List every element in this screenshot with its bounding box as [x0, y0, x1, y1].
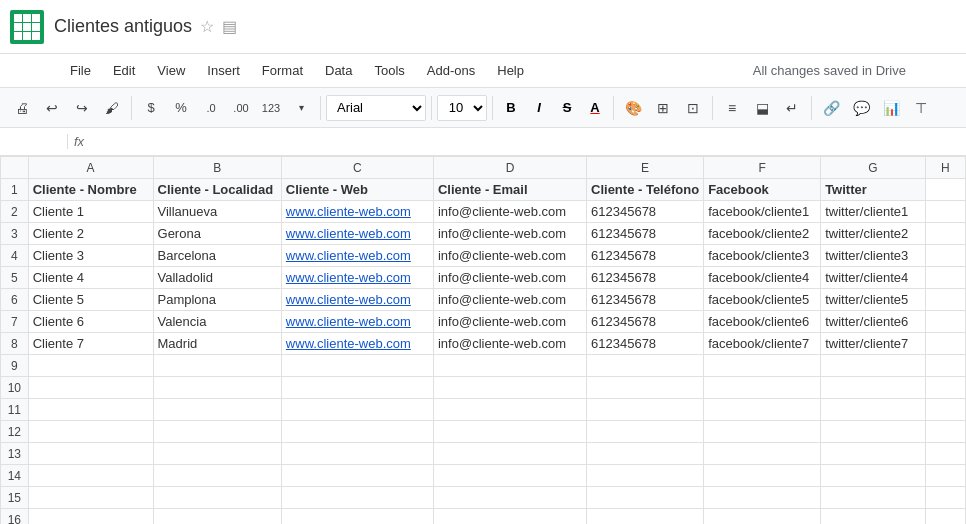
cell-3-E[interactable]: 612345678	[587, 223, 704, 245]
cell-2-A[interactable]: Cliente 1	[28, 201, 153, 223]
cell-15-B[interactable]	[153, 487, 281, 509]
cell-9-G[interactable]	[821, 355, 926, 377]
cell-11-F[interactable]	[704, 399, 821, 421]
currency-button[interactable]: $	[137, 94, 165, 122]
cell-5-A[interactable]: Cliente 4	[28, 267, 153, 289]
italic-button[interactable]: I	[526, 95, 552, 121]
text-color-button[interactable]: A	[582, 95, 608, 121]
cell-16-B[interactable]	[153, 509, 281, 525]
link-button[interactable]: 🔗	[817, 94, 845, 122]
cell-7-H[interactable]	[925, 311, 965, 333]
cell-13-F[interactable]	[704, 443, 821, 465]
cell-12-H[interactable]	[925, 421, 965, 443]
cell-8-A[interactable]: Cliente 7	[28, 333, 153, 355]
cell-3-A[interactable]: Cliente 2	[28, 223, 153, 245]
cell-12-F[interactable]	[704, 421, 821, 443]
cell-4-B[interactable]: Barcelona	[153, 245, 281, 267]
cell-4-C[interactable]: www.cliente-web.com	[281, 245, 433, 267]
cell-2-E[interactable]: 612345678	[587, 201, 704, 223]
cell-13-D[interactable]	[433, 443, 586, 465]
number-format-button[interactable]: 123	[257, 94, 285, 122]
strikethrough-button[interactable]: S	[554, 95, 580, 121]
cell-3-H[interactable]	[925, 223, 965, 245]
cell-4-E[interactable]: 612345678	[587, 245, 704, 267]
cell-15-C[interactable]	[281, 487, 433, 509]
cell-3-B[interactable]: Gerona	[153, 223, 281, 245]
cell-12-E[interactable]	[587, 421, 704, 443]
cell-1-F[interactable]: Facebook	[704, 179, 821, 201]
cell-11-G[interactable]	[821, 399, 926, 421]
cell-14-B[interactable]	[153, 465, 281, 487]
cell-14-E[interactable]	[587, 465, 704, 487]
cell-6-C[interactable]: www.cliente-web.com	[281, 289, 433, 311]
fill-color-button[interactable]: 🎨	[619, 94, 647, 122]
cell-9-C[interactable]	[281, 355, 433, 377]
bold-button[interactable]: B	[498, 95, 524, 121]
cell-12-D[interactable]	[433, 421, 586, 443]
cell-15-G[interactable]	[821, 487, 926, 509]
cell-4-F[interactable]: facebook/cliente3	[704, 245, 821, 267]
cell-8-G[interactable]: twitter/cliente7	[821, 333, 926, 355]
number-format-dropdown[interactable]: ▾	[287, 94, 315, 122]
cell-reference-input[interactable]	[8, 134, 68, 149]
cell-6-G[interactable]: twitter/cliente5	[821, 289, 926, 311]
cell-1-H[interactable]	[925, 179, 965, 201]
cell-9-D[interactable]	[433, 355, 586, 377]
cell-15-A[interactable]	[28, 487, 153, 509]
star-icon[interactable]: ☆	[200, 17, 214, 36]
undo-button[interactable]: ↩	[38, 94, 66, 122]
cell-11-E[interactable]	[587, 399, 704, 421]
redo-button[interactable]: ↪	[68, 94, 96, 122]
cell-13-E[interactable]	[587, 443, 704, 465]
cell-16-C[interactable]	[281, 509, 433, 525]
cell-14-F[interactable]	[704, 465, 821, 487]
menu-item-format[interactable]: Format	[252, 59, 313, 82]
spreadsheet[interactable]: A B C D E F G H 1Cliente - NombreCliente…	[0, 156, 966, 524]
valign-button[interactable]: ⬓	[748, 94, 776, 122]
cell-11-C[interactable]	[281, 399, 433, 421]
col-header-A[interactable]: A	[28, 157, 153, 179]
col-header-C[interactable]: C	[281, 157, 433, 179]
cell-1-G[interactable]: Twitter	[821, 179, 926, 201]
cell-2-H[interactable]	[925, 201, 965, 223]
cell-5-E[interactable]: 612345678	[587, 267, 704, 289]
align-button[interactable]: ≡	[718, 94, 746, 122]
cell-15-E[interactable]	[587, 487, 704, 509]
menu-item-insert[interactable]: Insert	[197, 59, 250, 82]
cell-11-B[interactable]	[153, 399, 281, 421]
cell-3-G[interactable]: twitter/cliente2	[821, 223, 926, 245]
cell-15-D[interactable]	[433, 487, 586, 509]
cell-7-D[interactable]: info@cliente-web.com	[433, 311, 586, 333]
cell-14-A[interactable]	[28, 465, 153, 487]
menu-item-edit[interactable]: Edit	[103, 59, 145, 82]
percent-button[interactable]: %	[167, 94, 195, 122]
cell-12-A[interactable]	[28, 421, 153, 443]
decimal-decrease-button[interactable]: .0	[197, 94, 225, 122]
cell-10-C[interactable]	[281, 377, 433, 399]
cell-4-A[interactable]: Cliente 3	[28, 245, 153, 267]
cell-8-H[interactable]	[925, 333, 965, 355]
cell-5-D[interactable]: info@cliente-web.com	[433, 267, 586, 289]
cell-12-B[interactable]	[153, 421, 281, 443]
cell-8-B[interactable]: Madrid	[153, 333, 281, 355]
cell-9-H[interactable]	[925, 355, 965, 377]
menu-item-file[interactable]: File	[60, 59, 101, 82]
cell-8-F[interactable]: facebook/cliente7	[704, 333, 821, 355]
cell-10-D[interactable]	[433, 377, 586, 399]
cell-5-G[interactable]: twitter/cliente4	[821, 267, 926, 289]
cell-12-C[interactable]	[281, 421, 433, 443]
cell-8-D[interactable]: info@cliente-web.com	[433, 333, 586, 355]
cell-4-H[interactable]	[925, 245, 965, 267]
cell-13-C[interactable]	[281, 443, 433, 465]
cell-5-B[interactable]: Valladolid	[153, 267, 281, 289]
cell-9-E[interactable]	[587, 355, 704, 377]
cell-9-F[interactable]	[704, 355, 821, 377]
cell-11-A[interactable]	[28, 399, 153, 421]
cell-13-B[interactable]	[153, 443, 281, 465]
cell-15-H[interactable]	[925, 487, 965, 509]
cell-16-E[interactable]	[587, 509, 704, 525]
cell-1-D[interactable]: Cliente - Email	[433, 179, 586, 201]
col-header-D[interactable]: D	[433, 157, 586, 179]
menu-item-tools[interactable]: Tools	[364, 59, 414, 82]
col-header-H[interactable]: H	[925, 157, 965, 179]
